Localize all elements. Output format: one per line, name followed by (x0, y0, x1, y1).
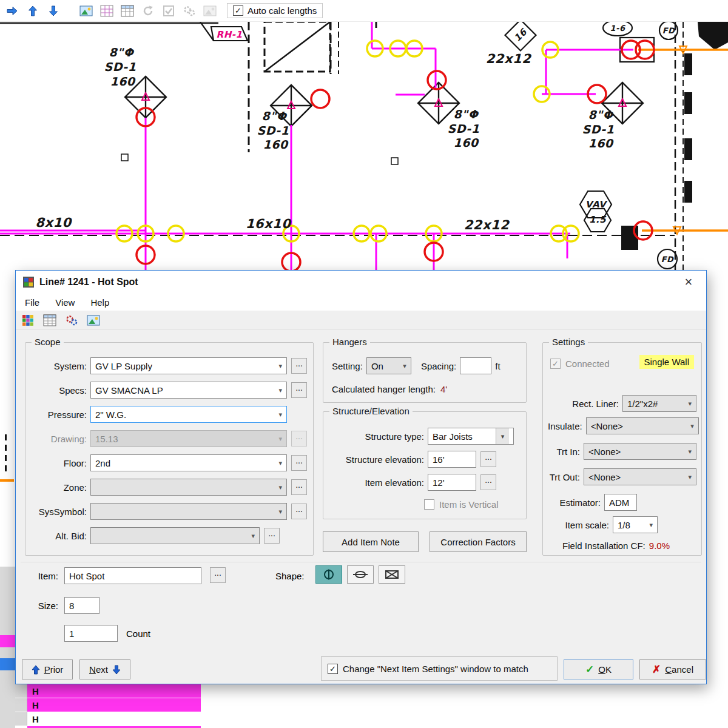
structure-group: Structure/Elevation Structure type: Bar … (323, 411, 527, 519)
ok-button[interactable]: ✓ OK (564, 659, 633, 679)
wall-type-badge: Single Wall (639, 355, 694, 369)
image-tool-button[interactable] (79, 4, 93, 18)
item-vertical-checkbox[interactable]: ✓ (424, 499, 434, 510)
add-item-note-button[interactable]: Add Item Note (323, 531, 419, 552)
color-grid-button[interactable] (21, 313, 35, 328)
syssymbol-label: SysSymbol: (29, 507, 87, 517)
floor-more-button[interactable]: ... (291, 455, 307, 471)
gears-button[interactable] (64, 313, 79, 328)
hanger-length-row: Calculated hanger length: 4' (328, 380, 521, 397)
row-header[interactable] (15, 684, 27, 698)
altbid-more-button[interactable]: ... (264, 528, 280, 544)
dialog-titlebar[interactable]: Line# 1241 - Hot Spot × (16, 271, 706, 294)
pressure-select[interactable]: 2" W.G.▾ (90, 406, 287, 423)
item-input[interactable]: Hot Spot (64, 567, 201, 584)
table-tool-button[interactable] (120, 4, 135, 18)
duct-runs (0, 22, 633, 271)
svg-text:SD-1: SD-1 (582, 123, 615, 136)
structure-elevation-input[interactable]: 16' (428, 451, 476, 468)
prior-button[interactable]: Prior (22, 659, 73, 679)
row-cell[interactable]: H (27, 698, 201, 712)
spacing-input[interactable] (460, 357, 491, 374)
menu-help[interactable]: Help (83, 295, 117, 310)
nav-up-arrow-button[interactable] (25, 4, 40, 18)
grid-tool-button[interactable] (99, 4, 114, 18)
svg-text:VAV: VAV (585, 199, 608, 210)
correction-factors-button[interactable]: Correction Factors (430, 531, 527, 552)
blueprint-area[interactable]: RH-1 8"Φ SD-1 160 8"Φ SD-1 160 8"Φ SD-1 … (0, 22, 728, 271)
item-more-button[interactable]: ... (210, 567, 226, 583)
list-grid-button[interactable] (42, 313, 57, 328)
shape-round-button[interactable] (315, 565, 342, 584)
gears-icon (183, 5, 196, 17)
shape-oval-button[interactable] (347, 565, 374, 584)
settings-gears-button (182, 4, 197, 18)
match-checkbox[interactable]: ✓ (328, 664, 338, 674)
drawing-row: Drawing: 15.13▾ ... (29, 430, 307, 447)
rect-liner-select[interactable]: 1/2"x2#▾ (622, 395, 696, 412)
menu-view[interactable]: View (47, 295, 83, 310)
settings-legend: Settings (549, 337, 588, 347)
auto-calc-checkbox[interactable]: ✓ (233, 5, 243, 16)
item-elevation-more-button[interactable]: ... (480, 474, 496, 490)
zone-select[interactable]: ▾ (90, 479, 287, 496)
shape-label: Shape: (275, 571, 305, 581)
item-elevation-row: Item elevation: 12' ... (328, 474, 521, 491)
hanger-setting-select[interactable]: On▾ (366, 357, 411, 374)
down-arrow-icon (47, 5, 59, 17)
size-input[interactable]: 8 (64, 597, 99, 614)
insulate-select[interactable]: <None>▾ (586, 417, 699, 434)
image-button[interactable] (86, 313, 101, 328)
structure-legend: Structure/Elevation (329, 406, 413, 416)
count-label: Count (126, 629, 150, 639)
next-button[interactable]: Next (79, 659, 130, 679)
connected-label: Connected (565, 359, 610, 369)
svg-text:FD: FD (661, 255, 674, 264)
chevron-down-icon: ▾ (684, 400, 692, 408)
specs-row: Specs: GV SMACNA LP▾ ... (29, 382, 307, 399)
specs-more-button[interactable]: ... (291, 382, 307, 398)
rect-duct-icon (384, 569, 400, 580)
nav-down-arrow-button[interactable] (46, 4, 61, 18)
row-header[interactable] (15, 712, 27, 726)
estimator-input[interactable]: ADM (604, 494, 637, 511)
svg-text:SD-1: SD-1 (448, 122, 480, 135)
nav-right-arrow-button[interactable] (5, 4, 19, 18)
shape-rect-button[interactable] (379, 565, 405, 584)
zone-more-button[interactable]: ... (291, 479, 307, 495)
floor-select[interactable]: 2nd▾ (90, 454, 287, 471)
count-row: 1 Count (16, 625, 706, 642)
scope-group: Scope System: GV LP Supply▾ ... Specs: G… (25, 342, 314, 556)
specs-select[interactable]: GV SMACNA LP▾ (90, 382, 287, 399)
syssymbol-select[interactable]: ▾ (90, 503, 287, 520)
menu-file[interactable]: File (17, 295, 47, 310)
altbid-select[interactable]: ▾ (90, 527, 260, 544)
structure-type-select[interactable]: Bar Joists▾ (428, 428, 514, 445)
trt-in-select[interactable]: <None>▾ (584, 443, 696, 460)
item-scale-row: Item scale: 1/8▾ (548, 516, 696, 533)
table-row: H (15, 698, 707, 712)
close-icon[interactable]: × (678, 273, 699, 291)
row-header[interactable] (15, 698, 27, 712)
row-cell[interactable]: H (27, 712, 201, 726)
structure-elevation-more-button[interactable]: ... (480, 451, 496, 467)
red-takeoff-markers[interactable] (136, 41, 654, 271)
magenta-row-fragment (0, 635, 15, 647)
syssymbol-more-button[interactable]: ... (291, 504, 307, 519)
trt-out-select[interactable]: <None>▾ (584, 468, 696, 485)
system-select[interactable]: GV LP Supply▾ (90, 357, 287, 374)
system-more-button[interactable]: ... (291, 358, 307, 374)
row-cell[interactable]: H (27, 684, 201, 698)
chevron-down-icon: ▾ (645, 521, 653, 529)
item-scale-select[interactable]: 1/8▾ (613, 516, 658, 533)
main-toolbar: ✓ Auto calc lengths (0, 0, 728, 22)
check-icon: ✓ (585, 663, 594, 676)
svg-text:1.5: 1.5 (589, 214, 607, 225)
svg-text:160: 160 (263, 138, 288, 151)
yellow-takeoff-markers[interactable] (116, 41, 579, 241)
item-elevation-input[interactable]: 12' (428, 474, 476, 491)
svg-text:16: 16 (512, 26, 530, 44)
item-row: Item: Hot Spot ... Shape: (16, 567, 706, 585)
count-input[interactable]: 1 (64, 625, 118, 642)
cancel-button[interactable]: ✗ Cancel (639, 659, 706, 679)
